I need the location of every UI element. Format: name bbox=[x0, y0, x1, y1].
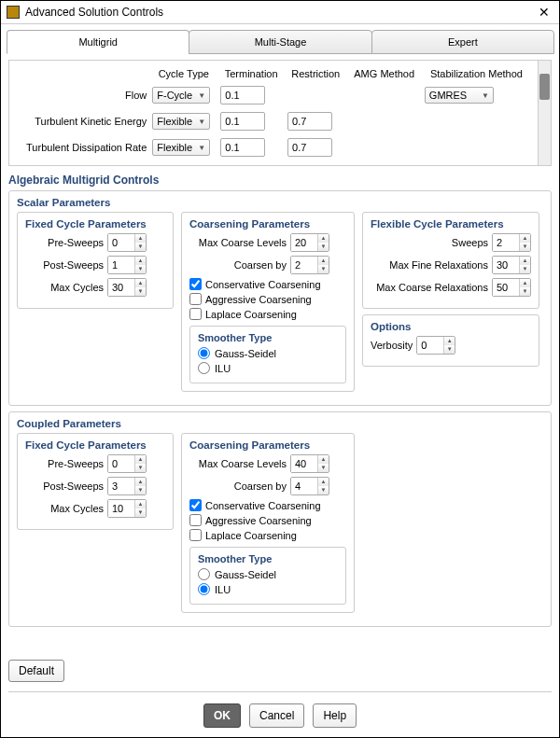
spin-down-icon[interactable]: ▼ bbox=[135, 464, 146, 472]
tke-restriction-input[interactable] bbox=[287, 112, 332, 131]
spin-down-icon[interactable]: ▼ bbox=[318, 265, 329, 273]
scroll-thumb[interactable] bbox=[539, 74, 550, 100]
ok-button[interactable]: OK bbox=[203, 703, 241, 728]
row-tdr-label: Turbulent Dissipation Rate bbox=[15, 135, 148, 160]
chevron-down-icon: ▼ bbox=[198, 91, 205, 100]
spin-down-icon[interactable]: ▼ bbox=[318, 243, 329, 251]
coupled-max-cycles-input[interactable]: ▲▼ bbox=[107, 499, 147, 518]
scalar-aggressive-check[interactable] bbox=[189, 293, 202, 305]
scalar-conservative-check[interactable] bbox=[189, 278, 202, 290]
spin-down-icon[interactable]: ▼ bbox=[520, 287, 530, 296]
flow-stabilization-select[interactable]: GMRES▼ bbox=[425, 87, 494, 104]
row-tke-label: Turbulent Kinetic Energy bbox=[15, 109, 148, 133]
spin-up-icon[interactable]: ▲ bbox=[135, 234, 146, 243]
spin-up-icon[interactable]: ▲ bbox=[318, 257, 329, 265]
scalar-flexible-cycle: Flexible Cycle Parameters Sweeps▲▼ Max F… bbox=[362, 212, 539, 309]
spin-up-icon[interactable]: ▲ bbox=[318, 455, 329, 464]
spin-up-icon[interactable]: ▲ bbox=[135, 257, 146, 265]
divider bbox=[8, 691, 552, 692]
tdr-cycle-select[interactable]: Flexible▼ bbox=[152, 139, 210, 156]
gs-label: Gauss-Seidel bbox=[215, 348, 276, 359]
equation-grid-panel: Cycle Type Termination Restriction AMG M… bbox=[8, 60, 552, 166]
spin-down-icon[interactable]: ▼ bbox=[135, 287, 146, 296]
col-restriction: Restriction bbox=[286, 66, 346, 81]
scalar-post-sweeps-input[interactable]: ▲▼ bbox=[107, 256, 147, 274]
max-coarse-levels-label: Max Coarse Levels bbox=[189, 237, 287, 248]
c-post-sweeps-label: Post-Sweeps bbox=[25, 480, 104, 492]
scalar-legend: Scalar Parameters bbox=[17, 197, 543, 208]
col-stabilization: Stabilization Method bbox=[423, 66, 530, 81]
spin-up-icon[interactable]: ▲ bbox=[135, 279, 146, 287]
spin-up-icon[interactable]: ▲ bbox=[520, 234, 530, 243]
conservative-label: Conservative Coarsening bbox=[205, 279, 321, 290]
coupled-fixed-legend: Fixed Cycle Parameters bbox=[25, 439, 165, 451]
cancel-button[interactable]: Cancel bbox=[249, 703, 304, 728]
coupled-parameters: Coupled Parameters Fixed Cycle Parameter… bbox=[8, 411, 552, 627]
spin-down-icon[interactable]: ▼ bbox=[318, 464, 329, 472]
max-coarse-label: Max Coarse Relaxations bbox=[371, 282, 488, 293]
spin-down-icon[interactable]: ▼ bbox=[135, 508, 146, 517]
coupled-smoother-ilu-radio[interactable] bbox=[198, 583, 210, 595]
scalar-fixed-legend: Fixed Cycle Parameters bbox=[25, 218, 165, 230]
spin-up-icon[interactable]: ▲ bbox=[520, 257, 530, 265]
pre-sweeps-label: Pre-Sweeps bbox=[25, 237, 104, 248]
post-sweeps-label: Post-Sweeps bbox=[25, 259, 104, 271]
spin-down-icon[interactable]: ▼ bbox=[135, 486, 146, 494]
spin-down-icon[interactable]: ▼ bbox=[135, 265, 146, 273]
spin-up-icon[interactable]: ▲ bbox=[318, 478, 329, 486]
default-button[interactable]: Default bbox=[8, 660, 64, 682]
window-title: Advanced Solution Controls bbox=[25, 6, 535, 19]
scalar-smoother-gs-radio[interactable] bbox=[198, 347, 210, 359]
spin-down-icon[interactable]: ▼ bbox=[318, 486, 329, 494]
coupled-post-sweeps-input[interactable]: ▲▼ bbox=[107, 477, 147, 495]
tab-expert[interactable]: Expert bbox=[371, 30, 554, 54]
tke-cycle-select[interactable]: Flexible▼ bbox=[152, 113, 210, 130]
spin-down-icon[interactable]: ▼ bbox=[520, 265, 530, 273]
tke-termination-input[interactable] bbox=[220, 112, 265, 131]
chevron-down-icon: ▼ bbox=[198, 144, 205, 152]
flex-max-coarse-input[interactable]: ▲▼ bbox=[492, 278, 531, 297]
scalar-smoother-ilu-radio[interactable] bbox=[198, 362, 210, 374]
scalar-max-cycles-input[interactable]: ▲▼ bbox=[107, 278, 147, 297]
coupled-conservative-check[interactable] bbox=[189, 499, 202, 511]
coupled-pre-sweeps-input[interactable]: ▲▼ bbox=[107, 454, 147, 473]
ilu-label: ILU bbox=[215, 363, 231, 374]
spin-up-icon[interactable]: ▲ bbox=[135, 455, 146, 464]
coupled-laplace-check[interactable] bbox=[189, 529, 202, 541]
help-button[interactable]: Help bbox=[313, 703, 357, 728]
c-aggressive-label: Aggressive Coarsening bbox=[205, 515, 312, 526]
c-laplace-label: Laplace Coarsening bbox=[205, 530, 297, 541]
coupled-max-coarse-levels-input[interactable]: ▲▼ bbox=[290, 454, 329, 473]
spin-up-icon[interactable]: ▲ bbox=[318, 234, 329, 243]
scalar-coarsen-legend: Coarsening Parameters bbox=[189, 218, 346, 230]
scalar-pre-sweeps-input[interactable]: ▲▼ bbox=[107, 233, 147, 252]
tab-multistage[interactable]: Multi-Stage bbox=[189, 30, 371, 54]
spin-up-icon[interactable]: ▲ bbox=[444, 337, 455, 345]
flex-sweeps-input[interactable]: ▲▼ bbox=[492, 233, 531, 252]
equation-grid: Cycle Type Termination Restriction AMG M… bbox=[13, 64, 532, 161]
options-legend: Options bbox=[371, 321, 531, 332]
spin-up-icon[interactable]: ▲ bbox=[135, 478, 146, 486]
tab-multigrid[interactable]: Multigrid bbox=[7, 30, 189, 54]
spin-down-icon[interactable]: ▼ bbox=[135, 243, 146, 251]
coupled-smoother-gs-radio[interactable] bbox=[198, 568, 210, 580]
tdr-termination-input[interactable] bbox=[220, 138, 265, 157]
scalar-laplace-check[interactable] bbox=[189, 308, 202, 320]
grid-scrollbar[interactable] bbox=[538, 61, 551, 165]
coupled-coarsen-by-input[interactable]: ▲▼ bbox=[290, 477, 329, 495]
flex-max-fine-input[interactable]: ▲▼ bbox=[492, 256, 531, 274]
spin-up-icon[interactable]: ▲ bbox=[520, 279, 530, 287]
scalar-max-coarse-levels-input[interactable]: ▲▼ bbox=[290, 233, 329, 252]
coupled-aggressive-check[interactable] bbox=[189, 514, 202, 526]
spin-down-icon[interactable]: ▼ bbox=[520, 243, 530, 251]
close-icon[interactable]: ✕ bbox=[535, 5, 553, 20]
footer-top: Default bbox=[1, 656, 559, 689]
flow-termination-input[interactable] bbox=[220, 86, 265, 104]
verbosity-input[interactable]: ▲▼ bbox=[416, 336, 455, 355]
spin-down-icon[interactable]: ▼ bbox=[444, 345, 455, 354]
tdr-restriction-input[interactable] bbox=[287, 138, 332, 157]
spin-up-icon[interactable]: ▲ bbox=[135, 500, 146, 508]
verbosity-label: Verbosity bbox=[371, 340, 413, 351]
scalar-coarsen-by-input[interactable]: ▲▼ bbox=[290, 256, 329, 274]
flow-cycle-select[interactable]: F-Cycle▼ bbox=[152, 87, 210, 104]
